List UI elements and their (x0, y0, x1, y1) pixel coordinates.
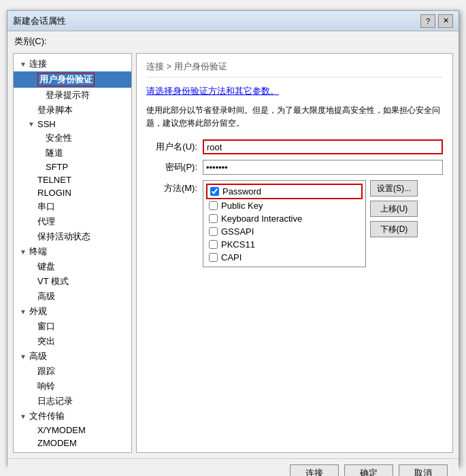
password-label: 密码(P): (146, 161, 197, 173)
method-label-password: Password (222, 186, 261, 197)
tree-label-appearance: 外观 (29, 305, 47, 318)
help-button[interactable]: ? (420, 14, 435, 28)
tree-item-proxy[interactable]: 代理 (14, 214, 131, 229)
tree-item-vt-mode[interactable]: VT 模式 (14, 274, 131, 289)
tree-label-highlight: 突出 (37, 335, 55, 347)
method-label: 方法(M): (146, 180, 197, 194)
breadcrumb: 连接 > 用户身份验证 (146, 61, 443, 78)
tree-item-telnet[interactable]: TELNET (14, 173, 131, 186)
tree-item-rlogin[interactable]: RLOGIN (14, 186, 131, 199)
tree-item-window[interactable]: 窗口 (14, 319, 131, 334)
tree-item-zmodem[interactable]: ZMODEM (14, 437, 131, 449)
method-item-password[interactable]: Password (206, 184, 363, 199)
content-panel: 连接 > 用户身份验证 请选择身份验证方法和其它参数。 使用此部分以节省登录时间… (136, 53, 453, 453)
method-item-capi[interactable]: CAPI (206, 251, 363, 264)
title-bar-buttons: ? ✕ (420, 14, 453, 28)
method-label-gssapi: GSSAPI (221, 226, 254, 237)
method-item-gssapi[interactable]: GSSAPI (206, 225, 363, 238)
tree-item-ssh[interactable]: ▼SSH (14, 118, 131, 131)
move-down-button[interactable]: 下移(D) (370, 221, 418, 237)
method-section: 方法(M): PasswordPublic KeyKeyboard Intera… (146, 180, 443, 267)
tree-item-log[interactable]: 日志记录 (14, 394, 131, 409)
tree-label-keyboard: 键盘 (37, 260, 55, 273)
move-up-button[interactable]: 上移(U) (370, 201, 418, 217)
settings-button[interactable]: 设置(S)... (370, 180, 418, 197)
tree-toggle-connection: ▼ (19, 61, 27, 68)
cancel-button[interactable]: 取消 (399, 464, 448, 476)
tree-label-login-prompt: 登录提示符 (46, 89, 90, 101)
tree-item-security[interactable]: 安全性 (14, 131, 131, 146)
tree-item-appearance[interactable]: ▼外观 (14, 304, 131, 319)
main-area: ▼连接用户身份验证登录提示符登录脚本▼SSH安全性隧道SFTPTELNETRLO… (7, 49, 459, 458)
tree-toggle-filetransfer: ▼ (19, 413, 27, 420)
tree-toggle-appearance: ▼ (19, 308, 27, 316)
tree-label-rlogin: RLOGIN (37, 188, 71, 198)
tree-label-ssh: SSH (37, 119, 56, 129)
dialog: 新建会话属性 ? ✕ 类别(C): ▼连接用户身份验证登录提示符登录脚本▼SSH… (7, 10, 459, 466)
tree-item-advanced[interactable]: 高级 (14, 289, 131, 304)
method-item-pkcs11[interactable]: PKCS11 (206, 238, 363, 251)
dialog-title: 新建会话属性 (13, 15, 66, 27)
ok-button[interactable]: 确定 (344, 464, 393, 476)
tree-label-trace: 跟踪 (37, 365, 55, 377)
tree-label-login-script: 登录脚本 (37, 104, 73, 116)
tree-label-sftp: SFTP (46, 162, 68, 172)
tree-item-keepalive[interactable]: 保持活动状态 (14, 229, 131, 244)
tree-label-connection: 连接 (29, 58, 47, 70)
tree-label-advanced: 高级 (37, 290, 55, 303)
method-checkbox-gssapi[interactable] (209, 227, 218, 236)
tree-label-security: 安全性 (46, 132, 72, 144)
tree-item-login-script[interactable]: 登录脚本 (14, 103, 131, 118)
tree-item-advanced2[interactable]: ▼高级 (14, 349, 131, 364)
tree-label-keepalive: 保持活动状态 (37, 231, 90, 243)
tree-item-sftp[interactable]: SFTP (14, 160, 131, 173)
description-text: 使用此部分以节省登录时间。但是，为了最大限度地提高安全性，如果担心安全问题，建议… (146, 104, 443, 130)
description-link: 请选择身份验证方法和其它参数。 (146, 84, 443, 99)
tree-item-trace[interactable]: 跟踪 (14, 364, 131, 379)
username-label: 用户名(U): (146, 141, 197, 153)
tree-label-zmodem: ZMODEM (37, 438, 77, 448)
method-box: PasswordPublic KeyKeyboard InteractiveGS… (203, 180, 366, 267)
tree-panel: ▼连接用户身份验证登录提示符登录脚本▼SSH安全性隧道SFTPTELNETRLO… (13, 53, 132, 453)
method-checkbox-keyboard-interactive[interactable] (209, 214, 218, 223)
tree-item-connection[interactable]: ▼连接 (14, 56, 131, 71)
tree-label-filetransfer: 文件传输 (29, 410, 65, 422)
method-checkbox-pkcs11[interactable] (209, 240, 218, 249)
tree-label-user-auth: 用户身份验证 (37, 73, 95, 86)
tree-item-bell[interactable]: 响铃 (14, 379, 131, 394)
method-checkbox-public-key[interactable] (209, 201, 218, 210)
tree-label-telnet: TELNET (37, 175, 71, 185)
method-item-public-key[interactable]: Public Key (206, 199, 363, 212)
tree-item-user-auth[interactable]: 用户身份验证 (14, 71, 131, 88)
tree-item-login-prompt[interactable]: 登录提示符 (14, 88, 131, 103)
method-item-keyboard-interactive[interactable]: Keyboard Interactive (206, 212, 363, 225)
dialog-body: 类别(C): ▼连接用户身份验证登录提示符登录脚本▼SSH安全性隧道SFTPTE… (7, 31, 459, 458)
tree-label-window: 窗口 (37, 320, 55, 333)
method-checkbox-password[interactable] (210, 187, 219, 196)
tree-toggle-ssh: ▼ (27, 120, 35, 128)
close-button[interactable]: ✕ (438, 14, 453, 28)
tree-label-xymodem: X/YMODEM (37, 425, 86, 435)
username-input[interactable] (203, 139, 443, 154)
tree-item-keyboard[interactable]: 键盘 (14, 259, 131, 274)
username-row: 用户名(U): (146, 139, 443, 154)
tree-item-highlight[interactable]: 突出 (14, 334, 131, 349)
tree-item-filetransfer[interactable]: ▼文件传输 (14, 409, 131, 424)
tree-item-tunnel[interactable]: 隧道 (14, 146, 131, 160)
tree-toggle-advanced2: ▼ (19, 353, 27, 360)
method-checkbox-capi[interactable] (209, 253, 218, 262)
tree-label-proxy: 代理 (37, 216, 55, 228)
password-row: 密码(P): (146, 160, 443, 175)
tree-label-port: 串口 (37, 201, 55, 213)
method-label-keyboard-interactive: Keyboard Interactive (221, 214, 302, 224)
method-label-public-key: Public Key (221, 201, 263, 211)
password-input[interactable] (203, 160, 443, 175)
tree-item-terminal[interactable]: ▼终端 (14, 244, 131, 259)
tree-label-tunnel: 隧道 (46, 147, 63, 159)
tree-item-port[interactable]: 串口 (14, 199, 131, 214)
connect-button[interactable]: 连接 (290, 464, 339, 476)
tree-label-bell: 响铃 (37, 380, 55, 392)
tree-item-xymodem[interactable]: X/YMODEM (14, 424, 131, 437)
tree-label-terminal: 终端 (29, 245, 47, 258)
desc-link[interactable]: 请选择身份验证方法和其它参数。 (146, 86, 279, 96)
